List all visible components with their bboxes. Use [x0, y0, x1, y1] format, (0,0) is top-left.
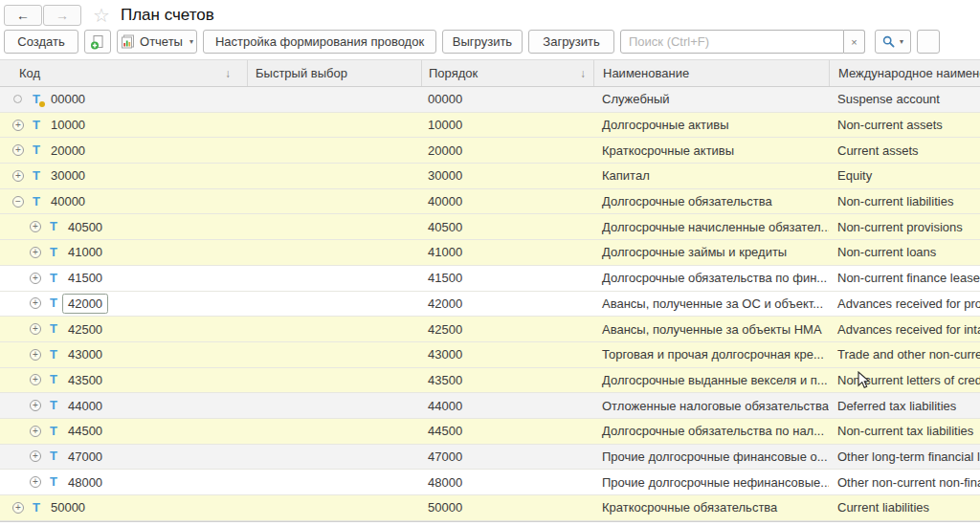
cell-name[interactable]: Долгосрочные обязательства по фин...	[593, 266, 829, 291]
cell-quick-pick[interactable]	[247, 113, 421, 138]
table-row[interactable]: + Т 44500 44500 Долгосрочные обязательст…	[0, 419, 980, 445]
forward-button[interactable]: →	[43, 5, 81, 26]
cell-name[interactable]: Краткосрочные активы	[593, 138, 829, 163]
cell-quick-pick[interactable]	[247, 240, 421, 265]
cell-quick-pick[interactable]	[247, 317, 421, 341]
cell-order[interactable]: 40500	[421, 214, 593, 239]
cell-order[interactable]: 41500	[421, 266, 593, 291]
cell-order[interactable]: 30000	[421, 164, 593, 188]
expander-icon[interactable]: +	[30, 221, 41, 232]
cell-name[interactable]: Прочие долгосрочные нефинансовые...	[593, 470, 829, 494]
cell-international-name[interactable]: Deferred tax liabilities	[829, 393, 980, 418]
cell-order[interactable]: 42500	[421, 317, 593, 341]
cell-order[interactable]: 43000	[421, 342, 593, 367]
cell-name[interactable]: Долгосрочные выданные векселя и п...	[593, 368, 829, 393]
empty-circle-icon[interactable]	[13, 95, 22, 103]
cell-quick-pick[interactable]	[247, 292, 421, 317]
expander-icon[interactable]: +	[30, 247, 41, 258]
cell-international-name[interactable]: Suspense account	[829, 87, 980, 112]
cell-name[interactable]: Торговая и прочая долгосрочная кре...	[593, 342, 829, 367]
cell-international-name[interactable]: Advances received for prop	[829, 292, 980, 317]
table-row[interactable]: + Т 40500 40500 Долгосрочные начисленные…	[0, 214, 980, 240]
cell-order[interactable]: 42000	[421, 292, 593, 317]
expander-icon[interactable]: +	[30, 450, 41, 462]
table-row[interactable]: + Т 30000 30000 Капитал Equity	[0, 164, 980, 189]
table-row[interactable]: + Т 42000 42000 Авансы, полученные за ОС…	[0, 292, 980, 318]
cell-international-name[interactable]: Non-current tax liabilities	[829, 419, 980, 444]
cell-order[interactable]: 40000	[421, 189, 593, 214]
cell-code[interactable]: + Т 20000	[0, 138, 247, 163]
cell-name[interactable]: Долгосрочные займы и кредиты	[593, 240, 829, 265]
table-row[interactable]: + Т 43000 43000 Торговая и прочая долгос…	[0, 342, 980, 368]
cell-code[interactable]: + Т 42500	[0, 317, 247, 341]
cell-code[interactable]: + Т 44500	[0, 419, 247, 444]
expander-icon[interactable]: +	[30, 374, 41, 385]
cell-name[interactable]: Прочие долгосрочные финансовые о...	[593, 445, 829, 470]
cell-quick-pick[interactable]	[247, 470, 421, 494]
column-header-order[interactable]: Порядок ↓	[421, 60, 593, 86]
cell-international-name[interactable]: Equity	[829, 164, 980, 188]
column-header-code[interactable]: Код ↓	[0, 60, 247, 86]
cell-quick-pick[interactable]	[247, 266, 421, 291]
expander-icon[interactable]: +	[30, 297, 41, 309]
table-row[interactable]: + Т 42500 42500 Авансы, полученные за об…	[0, 317, 980, 342]
column-header-quick-pick[interactable]: Быстрый выбор	[247, 60, 421, 86]
cell-order[interactable]: 44000	[421, 393, 593, 418]
table-row[interactable]: + Т 48000 48000 Прочие долгосрочные нефи…	[0, 470, 980, 495]
reports-button[interactable]: Отчеты ▾	[117, 30, 197, 54]
cell-international-name[interactable]: Current assets	[829, 138, 980, 163]
cell-code[interactable]: + Т 10000	[0, 113, 247, 138]
cell-code[interactable]: + Т 42000	[0, 292, 247, 317]
expander-icon[interactable]: +	[12, 120, 24, 131]
cell-quick-pick[interactable]	[247, 342, 421, 367]
table-row[interactable]: + Т 44000 44000 Отложенные налоговые обя…	[0, 393, 980, 419]
search-clear-button[interactable]: ×	[844, 30, 865, 54]
cell-quick-pick[interactable]	[247, 445, 421, 470]
expander-icon[interactable]: +	[12, 502, 24, 514]
cell-order[interactable]: 47000	[421, 445, 593, 470]
cell-quick-pick[interactable]	[247, 189, 421, 214]
cell-quick-pick[interactable]	[247, 495, 421, 520]
cell-quick-pick[interactable]	[247, 368, 421, 393]
cell-quick-pick[interactable]	[247, 138, 421, 163]
cell-code[interactable]: + Т 43500	[0, 368, 247, 393]
cell-order[interactable]: 48000	[421, 470, 593, 494]
expander-icon[interactable]: +	[30, 426, 41, 437]
cell-code[interactable]: + Т 40500	[0, 214, 247, 239]
cell-international-name[interactable]: Other long-term financial li	[829, 445, 980, 470]
cell-order[interactable]: 43500	[421, 368, 593, 393]
cell-name[interactable]: Отложенные налоговые обязательства	[593, 393, 829, 418]
table-row[interactable]: + Т 41000 41000 Долгосрочные займы и кре…	[0, 240, 980, 266]
expander-icon[interactable]: −	[12, 196, 24, 208]
cell-code[interactable]: + Т 47000	[0, 445, 247, 470]
create-group-button[interactable]	[84, 30, 111, 54]
cell-name[interactable]: Капитал	[593, 164, 829, 188]
export-button[interactable]: Выгрузить	[442, 30, 523, 54]
expander-icon[interactable]: +	[30, 273, 41, 284]
cell-name[interactable]: Долгосрочные начисленные обязател...	[593, 214, 829, 239]
cell-code[interactable]: + Т 43000	[0, 342, 247, 367]
cell-quick-pick[interactable]	[247, 419, 421, 444]
table-row[interactable]: + Т 47000 47000 Прочие долгосрочные фина…	[0, 445, 980, 471]
cell-name[interactable]: Долгосрочные обязательства по нал...	[593, 419, 829, 444]
expander-icon[interactable]: +	[30, 323, 41, 335]
cell-name[interactable]: Краткосрочные обязательства	[593, 495, 829, 520]
expander-icon[interactable]: +	[12, 144, 24, 156]
table-row[interactable]: + Т 43500 43500 Долгосрочные выданные ве…	[0, 368, 980, 394]
cell-order[interactable]: 50000	[421, 495, 593, 520]
cell-code[interactable]: − Т 40000	[0, 189, 247, 214]
cell-code[interactable]: + Т 44000	[0, 393, 247, 418]
table-row[interactable]: + Т 10000 10000 Долгосрочные активы Non-…	[0, 113, 980, 139]
cell-order[interactable]: 00000	[421, 87, 593, 112]
cell-international-name[interactable]: Trade and other non-curre	[829, 342, 980, 367]
search-input[interactable]	[620, 30, 844, 54]
cell-quick-pick[interactable]	[247, 214, 421, 239]
expander-icon[interactable]: +	[30, 476, 41, 488]
table-row[interactable]: − Т 40000 40000 Долгосрочные обязательст…	[0, 189, 980, 215]
cell-quick-pick[interactable]	[247, 87, 421, 112]
posting-setup-button[interactable]: Настройка формирования проводок	[203, 30, 436, 54]
cell-name[interactable]: Служебный	[593, 87, 829, 112]
cell-international-name[interactable]: Non-current loans	[829, 240, 980, 265]
cell-international-name[interactable]: Non-current letters of cred	[829, 368, 980, 393]
expander-icon[interactable]: +	[12, 170, 24, 182]
